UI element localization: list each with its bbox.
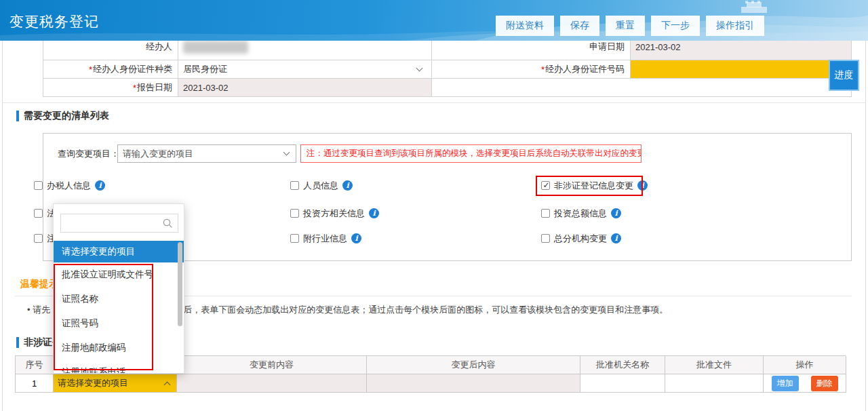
row-item-select[interactable]: 请选择变更的项目 — [54, 374, 177, 393]
id-type-label: * 经办人身份证件种类 — [43, 60, 178, 79]
col-header-document: 批准文件 — [665, 356, 764, 374]
id-number-label: * 经办人身份证件号码 — [432, 60, 631, 79]
agent-value-redacted — [183, 41, 248, 54]
info-icon[interactable] — [611, 233, 621, 243]
id-number-input[interactable] — [631, 60, 852, 79]
section-bar — [16, 111, 19, 121]
bullet-icon: • — [27, 305, 31, 315]
row-authority-cell[interactable] — [580, 374, 665, 393]
row-no: 1 — [16, 374, 54, 393]
checkbox-icon[interactable] — [541, 209, 550, 218]
checkbox-icon[interactable] — [541, 234, 550, 243]
checkbox-icon[interactable] — [34, 209, 43, 218]
row-after-cell — [367, 374, 580, 393]
dropdown-scrollbar-thumb[interactable] — [178, 242, 182, 326]
module-checkbox-touzifang[interactable]: 投资方相关信息 — [290, 208, 379, 219]
row-document-cell[interactable] — [665, 374, 764, 393]
dropdown-option-placeholder[interactable]: 请选择变更的项目 — [54, 241, 184, 262]
next-step-button[interactable]: 下一步 — [651, 16, 700, 36]
report-date-label: * 报告日期 — [43, 79, 178, 97]
info-icon[interactable] — [637, 180, 648, 191]
toolbar: 附送资料 保存 重置 下一步 操作指引 — [496, 16, 764, 36]
chevron-down-icon — [283, 149, 290, 156]
page: 经办人 申请日期 2021-03-02 * 经办人身份证件种类 居民身份证 * … — [0, 0, 868, 411]
chevron-down-icon — [416, 64, 423, 71]
query-note: 注：通过变更项目查询到该项目所属的模块，选择变更项目后系统自动关联带出对应的变更… — [300, 144, 642, 163]
col-header-after: 变更后内容 — [367, 356, 580, 374]
chevron-up-icon — [164, 381, 171, 388]
page-title: 变更税务登记 — [9, 12, 99, 31]
info-icon[interactable] — [611, 208, 621, 218]
info-icon[interactable] — [369, 208, 379, 218]
info-icon[interactable] — [351, 233, 361, 243]
checkbox-checked-icon[interactable] — [541, 181, 550, 190]
form-divider — [3, 102, 865, 103]
checkbox-icon[interactable] — [290, 181, 299, 190]
module-checkbox-fuhangye[interactable]: 附行业信息 — [290, 233, 361, 244]
checkbox-icon[interactable] — [290, 209, 299, 218]
col-header-operation: 操作 — [764, 356, 846, 374]
page-header: 变更税务登记 附送资料 保存 重置 下一步 操作指引 — [0, 0, 868, 41]
col-header-authority: 批准机关名称 — [580, 356, 665, 374]
query-item-select[interactable]: 请输入变更的项目 — [117, 144, 296, 163]
operation-guide-button[interactable]: 操作指引 — [706, 16, 764, 36]
row-operation-cell: 增加 删除 — [764, 374, 846, 393]
module-checkbox-touzizonge[interactable]: 投资总额信息 — [541, 208, 621, 219]
checkbox-icon[interactable] — [34, 181, 43, 190]
required-mark: * — [541, 64, 545, 75]
dropdown-option-postal-code[interactable]: 注册地邮政编码 — [54, 336, 184, 360]
dropdown-option-license-name[interactable]: 证照名称 — [54, 287, 184, 311]
attach-materials-button[interactable]: 附送资料 — [496, 16, 554, 36]
search-icon — [163, 218, 173, 229]
add-button[interactable]: 增加 — [772, 376, 799, 391]
report-date-value: 2021-03-02 — [178, 79, 432, 97]
info-icon[interactable] — [342, 180, 353, 191]
section-bar — [16, 337, 19, 348]
save-button[interactable]: 保存 — [560, 16, 599, 36]
required-mark: * — [133, 83, 136, 93]
col-header-no: 序号 — [16, 356, 54, 374]
empty-form-cell — [432, 79, 852, 97]
delete-button[interactable]: 删除 — [811, 376, 838, 391]
dropdown-search-box[interactable] — [60, 214, 178, 233]
dropdown-option-approval-doc-no[interactable]: 批准设立证明或文件号 — [54, 262, 184, 287]
dropdown-option-license-no[interactable]: 证照号码 — [54, 311, 184, 336]
item-dropdown-panel: 请选择变更的项目 批准设立证明或文件号 证照名称 证照号码 注册地邮政编码 注册… — [53, 203, 184, 374]
checkbox-icon[interactable] — [34, 234, 43, 243]
checkbox-icon[interactable] — [290, 234, 299, 243]
progress-button[interactable]: 进度 — [829, 60, 859, 91]
module-checkbox-banshuiren[interactable]: 办税人信息 — [34, 180, 105, 191]
module-checkbox-zongfenjigou[interactable]: 总分机构变更 — [541, 233, 621, 244]
module-checkbox-renyuan[interactable]: 人员信息 — [290, 180, 353, 191]
section-title-change-list: 需要变更的清单列表 — [16, 110, 109, 122]
query-label: 查询变更项目： — [58, 145, 119, 163]
dropdown-search-input[interactable] — [66, 216, 158, 231]
module-checkbox-feishezheng[interactable]: 非涉证登记信息变更 — [541, 180, 648, 191]
row-before-cell — [177, 374, 367, 393]
id-type-select[interactable]: 居民身份证 — [178, 60, 432, 79]
dropdown-option-contact-phone[interactable]: 注册地联系电话 — [54, 360, 184, 374]
reset-button[interactable]: 重置 — [606, 16, 645, 36]
col-header-before: 变更前内容 — [177, 356, 367, 374]
required-mark: * — [89, 64, 92, 75]
info-icon[interactable] — [95, 180, 105, 191]
